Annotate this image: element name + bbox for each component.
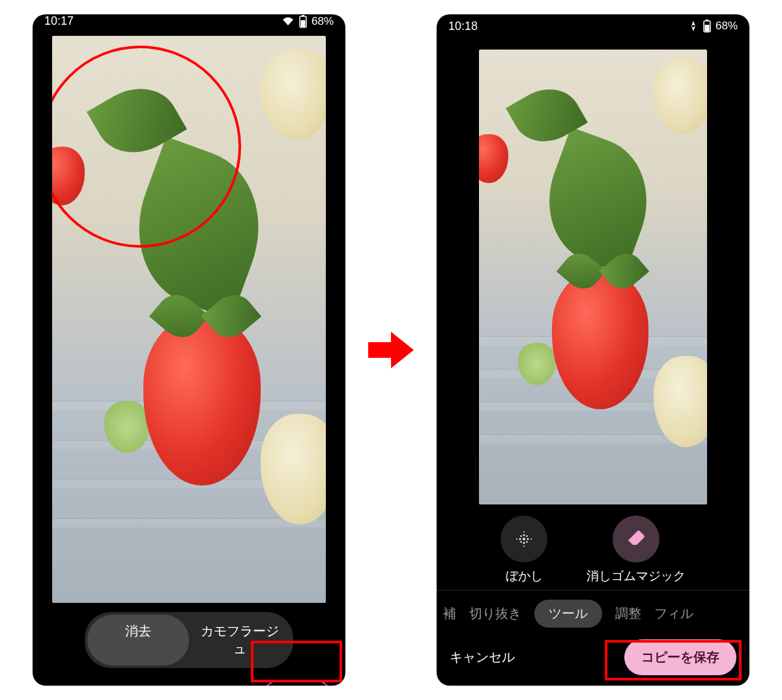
tab-partial-left[interactable]: 補 — [443, 605, 456, 622]
eraser-label: 消しゴムマジック — [586, 569, 686, 583]
svg-point-8 — [527, 538, 529, 540]
done-button[interactable]: 完了 — [262, 680, 332, 686]
blur-icon — [500, 516, 547, 562]
tab-crop[interactable]: 切り抜き — [469, 605, 521, 622]
svg-rect-1 — [300, 20, 305, 27]
tool-icons: ぼかし 消しゴムマジック — [437, 516, 749, 585]
svg-point-11 — [520, 535, 522, 537]
eraser-tool[interactable]: 消しゴムマジック — [586, 516, 686, 585]
photo-preview — [479, 50, 707, 504]
nav-icon — [688, 21, 699, 31]
status-bar: 10:17 68% — [33, 14, 345, 28]
status-icons: 68% — [688, 20, 738, 33]
save-copy-button[interactable]: コピーを保存 — [624, 639, 736, 675]
cancel-button[interactable]: キャンセル — [450, 649, 515, 666]
action-row: リセット 完了 — [33, 680, 345, 686]
status-bar: 10:18 68% — [437, 14, 749, 38]
tabs-row[interactable]: 補 切り抜き ツール 調整 フィル — [437, 590, 749, 637]
svg-point-16 — [530, 538, 532, 540]
blur-label: ぼかし — [506, 569, 543, 583]
blur-tool[interactable]: ぼかし — [500, 516, 547, 585]
status-battery: 68% — [311, 15, 334, 28]
wifi-icon — [282, 16, 295, 27]
tab-filter[interactable]: フィル — [654, 605, 693, 622]
camouflage-pill[interactable]: カモフラージュ — [189, 615, 291, 665]
status-time: 10:18 — [448, 20, 478, 33]
svg-point-12 — [526, 535, 528, 537]
svg-point-6 — [523, 538, 525, 540]
svg-point-7 — [519, 538, 521, 540]
svg-point-14 — [526, 541, 528, 543]
battery-icon — [702, 20, 712, 33]
tab-tools[interactable]: ツール — [534, 600, 602, 628]
bottom-controls: ぼかし 消しゴムマジック 補 切り抜き ツール 調整 フィル キャンセル コピー… — [437, 510, 749, 686]
svg-point-13 — [520, 541, 522, 543]
eraser-icon — [613, 516, 659, 562]
bottom-controls: 消去 カモフラージュ リセット 完了 — [33, 603, 345, 686]
photo-area[interactable] — [33, 28, 345, 603]
svg-point-15 — [516, 538, 517, 540]
status-time: 10:17 — [44, 14, 74, 28]
mode-pill-group: 消去 カモフラージュ — [85, 612, 293, 668]
svg-rect-2 — [302, 15, 304, 16]
svg-point-9 — [523, 534, 525, 536]
phone-right: 10:18 68% — [437, 14, 749, 686]
erase-pill[interactable]: 消去 — [87, 615, 189, 665]
tab-adjust[interactable]: 調整 — [615, 605, 641, 622]
svg-rect-4 — [704, 25, 709, 31]
photo-area[interactable] — [437, 38, 749, 510]
photo-preview — [52, 36, 326, 603]
action-row: キャンセル コピーを保存 — [437, 637, 749, 675]
svg-point-10 — [523, 542, 525, 544]
svg-point-18 — [523, 546, 525, 547]
phone-left: 10:17 68% 消去 カモフラージュ — [33, 14, 345, 686]
svg-rect-5 — [706, 20, 708, 21]
status-icons: 68% — [282, 15, 334, 28]
arrow-right-icon — [365, 324, 417, 376]
status-battery: 68% — [716, 20, 738, 33]
battery-icon — [298, 15, 308, 28]
svg-point-17 — [523, 531, 525, 532]
